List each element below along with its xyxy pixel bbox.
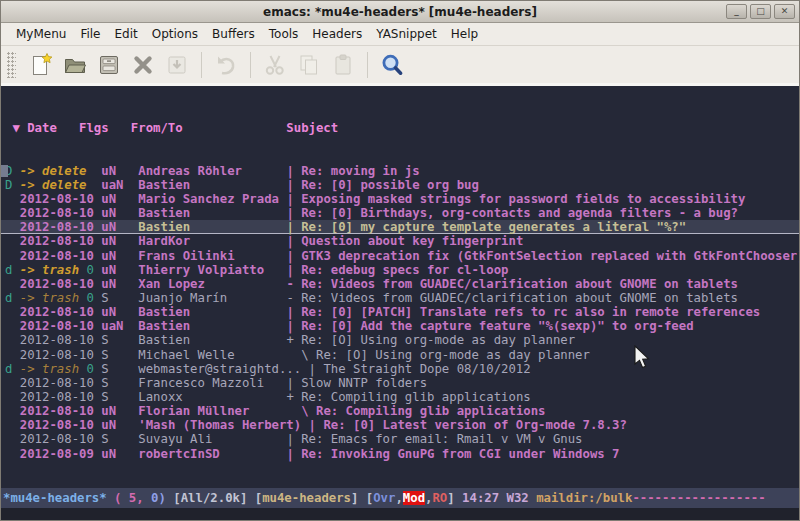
message-date: 2012-08-10 bbox=[20, 390, 94, 404]
menu-tools[interactable]: Tools bbox=[262, 24, 306, 44]
menu-mymenu[interactable]: MyMenu bbox=[9, 24, 73, 44]
mark-label: -> trash bbox=[20, 362, 79, 376]
message-date: 2012-08-10 bbox=[20, 249, 94, 263]
message-row[interactable]: 2012-08-10 uN Bastien | Re: [0] [PATCH] … bbox=[5, 305, 800, 319]
message-from: HardKor bbox=[138, 234, 279, 248]
fringe bbox=[5, 305, 12, 319]
minimize-button[interactable]: _ bbox=[726, 4, 747, 19]
mode-line[interactable]: *mu4e-headers* ( 5, 0) [All/2.0k] [mu4e-… bbox=[1, 488, 800, 508]
save-as-icon bbox=[160, 49, 194, 81]
message-subject: | Re: Emacs for email: Rmail v VM v Gnus bbox=[286, 432, 582, 446]
mark-label: -> trash bbox=[20, 291, 79, 305]
message-from: webmaster@straightd... bbox=[138, 362, 301, 376]
message-from: Bastien bbox=[138, 319, 279, 333]
menu-help[interactable]: Help bbox=[444, 24, 485, 44]
echo-area-minibuffer[interactable] bbox=[1, 508, 800, 521]
message-flags: uN bbox=[101, 404, 131, 418]
menu-file[interactable]: File bbox=[73, 24, 107, 44]
menu-options[interactable]: Options bbox=[145, 24, 205, 44]
message-subject: | Exposing masked strings for password f… bbox=[286, 192, 745, 206]
message-row[interactable]: d -> trash 0 S Juanjo Marín - Re: Videos… bbox=[5, 291, 800, 305]
message-flags: uaN bbox=[101, 178, 131, 192]
fringe bbox=[5, 220, 12, 234]
headers-column-header[interactable]: ▼ Date Flgs From/To Subject bbox=[5, 121, 800, 135]
toolbar-drag-handle[interactable] bbox=[7, 52, 16, 78]
message-row[interactable]: D -> delete uaN Bastien | Re: [0] possib… bbox=[5, 178, 800, 192]
new-file-icon[interactable] bbox=[24, 49, 58, 81]
message-row[interactable]: 2012-08-10 S Lanoxx + Re: Compiling glib… bbox=[5, 390, 800, 404]
message-from: Lanoxx bbox=[138, 390, 279, 404]
close-button[interactable]: ✕ bbox=[774, 4, 795, 19]
fringe bbox=[5, 348, 12, 362]
message-subject: \ Re: Compiling glib applications bbox=[286, 404, 545, 418]
message-subject: - Re: Videos from GUADEC/clarification a… bbox=[286, 277, 738, 291]
message-from: robertcInSD bbox=[138, 447, 279, 461]
mu4e-headers-buffer[interactable]: ▼ Date Flgs From/To Subject D -> delete … bbox=[1, 90, 800, 488]
message-row[interactable]: d -> trash 0 S webmaster@straightd... | … bbox=[5, 362, 800, 376]
save-icon[interactable] bbox=[92, 49, 126, 81]
message-subject: | Slow NNTP folders bbox=[286, 376, 427, 390]
message-flags: uN bbox=[101, 305, 131, 319]
menu-buffers[interactable]: Buffers bbox=[205, 24, 262, 44]
open-folder-icon[interactable] bbox=[58, 49, 92, 81]
message-flags: uN bbox=[101, 447, 131, 461]
delete-icon[interactable] bbox=[126, 49, 160, 81]
message-from: Andreas Röhler bbox=[138, 164, 279, 178]
message-row[interactable]: 2012-08-09 uN robertcInSD | Re: Invoking… bbox=[5, 447, 800, 461]
modeline-yellow: mu4e-headers bbox=[262, 491, 351, 505]
message-flags: uaN bbox=[101, 319, 131, 333]
message-row[interactable]: D -> delete uN Andreas Röhler | Re: movi… bbox=[5, 164, 800, 178]
message-row[interactable]: 2012-08-10 S Suvayu Ali | Re: Emacs for … bbox=[5, 432, 800, 446]
fringe bbox=[5, 447, 12, 461]
title-bar[interactable]: emacs: *mu4e-headers* [mu4e-headers] _□✕ bbox=[1, 1, 799, 23]
message-from: Thierry Volpiatto bbox=[138, 263, 279, 277]
message-flags: S bbox=[101, 432, 131, 446]
message-subject: - Re: Videos from GUADEC/clarification a… bbox=[286, 291, 738, 305]
maximize-button[interactable]: □ bbox=[750, 4, 771, 19]
message-row[interactable]: 2012-08-10 uN Xan Lopez - Re: Videos fro… bbox=[5, 277, 800, 291]
message-date: 2012-08-10 bbox=[20, 432, 94, 446]
message-subject: | GTK3 deprecation fix (GtkFontSelection… bbox=[286, 249, 800, 263]
message-row[interactable]: 2012-08-10 S Michael Welle \ Re: [O] Usi… bbox=[5, 348, 800, 362]
message-row[interactable]: 2012-08-10 uN HardKor | Question about k… bbox=[5, 234, 800, 248]
emacs-window: emacs: *mu4e-headers* [mu4e-headers] _□✕… bbox=[0, 0, 800, 521]
message-subject: | Re: moving in js bbox=[286, 164, 419, 178]
modeline-ovr: Ovr bbox=[373, 491, 395, 505]
modeline-ro: RO bbox=[432, 491, 447, 505]
message-date: 2012-08-10 bbox=[20, 319, 94, 333]
menu-edit[interactable]: Edit bbox=[108, 24, 145, 44]
message-from: 'Mash (Thomas Herbert) bbox=[138, 418, 301, 432]
modeline-buffer-name: *mu4e-headers* bbox=[3, 491, 107, 505]
fringe bbox=[5, 192, 12, 206]
message-row[interactable]: d -> trash 0 uN Thierry Volpiatto | Re: … bbox=[5, 263, 800, 277]
menu-yasnippet[interactable]: YASnippet bbox=[369, 24, 444, 44]
message-row[interactable]: 2012-08-10 S Francesco Mazzoli | Slow NN… bbox=[5, 376, 800, 390]
message-date: 2012-08-10 bbox=[20, 333, 94, 347]
fringe bbox=[5, 277, 12, 291]
message-row[interactable]: 2012-08-10 uN 'Mash (Thomas Herbert) | R… bbox=[5, 418, 800, 432]
message-from: Bastien bbox=[138, 178, 279, 192]
message-row[interactable]: 2012-08-10 uN Bastien | Re: [0] my captu… bbox=[1, 220, 800, 234]
message-list: D -> delete uN Andreas Röhler | Re: movi… bbox=[5, 164, 800, 461]
mark-suffix: 0 bbox=[79, 362, 94, 376]
fringe bbox=[5, 234, 12, 248]
message-from: Bastien bbox=[138, 206, 279, 220]
message-row[interactable]: 2012-08-10 uN Mario Sanchez Prada | Expo… bbox=[5, 192, 800, 206]
modeline-white: ] bbox=[351, 491, 366, 505]
menu-headers[interactable]: Headers bbox=[305, 24, 369, 44]
message-row[interactable]: 2012-08-10 uaN Bastien | Re: [0] Add the… bbox=[5, 319, 800, 333]
message-flags: uN bbox=[101, 234, 131, 248]
message-from: Mario Sanchez Prada bbox=[138, 192, 279, 206]
modeline-mod: Mod bbox=[403, 491, 425, 505]
window-title: emacs: *mu4e-headers* [mu4e-headers] bbox=[263, 5, 537, 19]
mark-suffix: 0 bbox=[79, 291, 94, 305]
search-icon[interactable] bbox=[375, 49, 409, 81]
message-row[interactable]: 2012-08-10 uN Frans Oilinki | GTK3 depre… bbox=[5, 249, 800, 263]
message-row[interactable]: 2012-08-10 uN Bastien | Re: [0] Birthday… bbox=[5, 206, 800, 220]
message-row[interactable]: 2012-08-10 S Bastien + Re: [O] Using org… bbox=[5, 333, 800, 347]
message-row[interactable]: 2012-08-10 uN Florian Müllner \ Re: Comp… bbox=[5, 404, 800, 418]
toolbar bbox=[1, 46, 799, 86]
message-flags: uN bbox=[101, 192, 131, 206]
fringe bbox=[5, 249, 12, 263]
message-flags: S bbox=[101, 333, 131, 347]
